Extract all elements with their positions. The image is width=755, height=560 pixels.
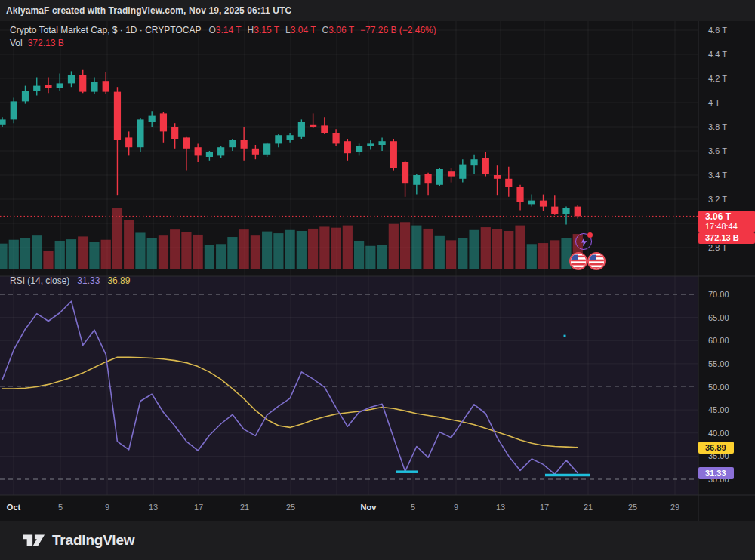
tradingview-logo[interactable]: TradingView: [23, 531, 134, 550]
candle-body: [402, 162, 408, 183]
us-flag-glyph: [571, 254, 586, 269]
time-axis-tick: 25: [286, 503, 295, 512]
candle-body: [275, 135, 282, 143]
volume-bar: [147, 238, 157, 269]
candle-body: [413, 175, 420, 185]
candle-body: [252, 149, 259, 155]
volume-bar: [365, 246, 375, 269]
rsi-dot-mark: [564, 335, 566, 337]
candle-body: [160, 113, 167, 131]
time-axis-tick: Oct: [7, 503, 20, 512]
ohlc-key: H: [248, 25, 254, 35]
candle-body: [217, 147, 224, 155]
last-price-value: 3.06 T: [705, 212, 755, 222]
candle-body: [470, 159, 477, 165]
footer-bar: TradingView: [0, 521, 755, 560]
ohlc-pair: C3.06 T: [322, 25, 354, 35]
price-axis-label: 3.4 T: [708, 171, 727, 180]
volume-bar: [43, 251, 53, 269]
ohlc-key: C: [322, 25, 329, 35]
candle-body: [494, 175, 501, 179]
volume-bar: [239, 229, 249, 269]
rsi-axis-label: 55.00: [708, 359, 729, 368]
us-flag-glyph: [589, 254, 604, 269]
rsi-axis-label: 65.00: [708, 313, 729, 322]
volume-bar: [55, 241, 65, 269]
volume-bar: [159, 235, 168, 269]
volume-bar: [389, 224, 399, 269]
time-axis-tick: 29: [670, 503, 680, 512]
ohlc-key: L: [285, 25, 291, 35]
candle-body: [183, 137, 190, 148]
time-axis-tick: 13: [496, 503, 505, 512]
candle-body: [263, 143, 270, 154]
rsi-axis-label: 50.00: [708, 383, 729, 392]
candle-body: [149, 116, 156, 122]
candle-body: [229, 140, 236, 148]
price-axis-label: 4.4 T: [708, 50, 727, 59]
candle-body: [195, 147, 202, 155]
price-axis-label: 3.6 T: [708, 146, 727, 155]
volume-bar: [297, 231, 307, 269]
rsi-ma-value: 36.89: [107, 275, 130, 286]
volume-bar: [78, 236, 88, 269]
candle-body: [310, 125, 316, 127]
tradingview-logo-icon: [23, 531, 45, 550]
rsi-axis-label: 60.00: [708, 336, 729, 345]
volume-bar: [112, 208, 122, 269]
volume-bar: [550, 240, 559, 269]
price-axis-label: 3.2 T: [708, 195, 727, 204]
volume-bar: [32, 235, 42, 269]
volume-bar: [66, 239, 76, 269]
rsi-legend[interactable]: RSI (14, close) 31.33 36.89: [10, 275, 130, 286]
time-axis-tick: 9: [454, 503, 458, 512]
candle-body: [103, 81, 109, 91]
candle-body: [482, 158, 489, 174]
time-axis-tick: 5: [411, 503, 415, 512]
symbol-legend[interactable]: Crypto Total Market Cap, $ · 1D · CRYPTO…: [10, 25, 436, 35]
us-flag-event-icon[interactable]: [587, 252, 606, 270]
volume-axis-badge: 372.13 B: [698, 232, 755, 244]
candle-body: [79, 75, 86, 91]
candle-body: [367, 143, 374, 146]
volume-bar: [227, 237, 237, 269]
candle-body: [540, 201, 547, 207]
us-flag-event-icon[interactable]: [569, 252, 587, 270]
ohlc-value: 3.04 T: [291, 25, 316, 35]
price-axis-label: 4.6 T: [708, 26, 727, 35]
candle-body: [22, 91, 29, 101]
rsi-axis-label: 70.00: [708, 290, 729, 299]
volume-legend[interactable]: Vol 372.13 B: [10, 38, 64, 48]
volume-bar: [101, 240, 111, 269]
volume-bar: [458, 238, 467, 269]
time-axis-tick: 17: [194, 503, 203, 512]
candle-body: [287, 135, 294, 140]
volume-bar: [331, 228, 341, 269]
volume-bar: [411, 226, 421, 269]
price-axis-label: 4 T: [708, 98, 720, 107]
rsi-pane-background: [0, 276, 698, 495]
time-axis-tick: 21: [240, 503, 249, 512]
volume-bar: [9, 240, 19, 269]
volume-bar: [377, 245, 387, 269]
tradingview-chart-window: AkiyamaF created with TradingView.com, N…: [0, 0, 755, 560]
time-axis-tick: Nov: [361, 503, 377, 512]
ohlc-values: O3.14 TH3.15 TL3.04 TC3.06 T: [208, 25, 360, 35]
ohlc-value: 3.15 T: [254, 25, 279, 35]
ohlc-pair: L3.04 T: [285, 25, 316, 35]
rsi-title: RSI (14, close): [10, 275, 69, 286]
volume-bar: [273, 233, 283, 269]
lightning-event-icon[interactable]: [575, 233, 592, 250]
volume-bar: [0, 244, 8, 269]
candle-body: [448, 171, 455, 176]
volume-bar: [124, 220, 134, 269]
ohlc-pair: H3.15 T: [248, 25, 279, 35]
candle-body: [424, 174, 431, 183]
tradingview-wordmark: TradingView: [52, 532, 134, 549]
candle-body: [33, 86, 40, 91]
candle-body: [241, 140, 248, 149]
candle-body: [562, 208, 569, 214]
candle-body: [378, 141, 385, 145]
volume-bar: [423, 229, 433, 269]
volume-bar: [446, 240, 456, 269]
